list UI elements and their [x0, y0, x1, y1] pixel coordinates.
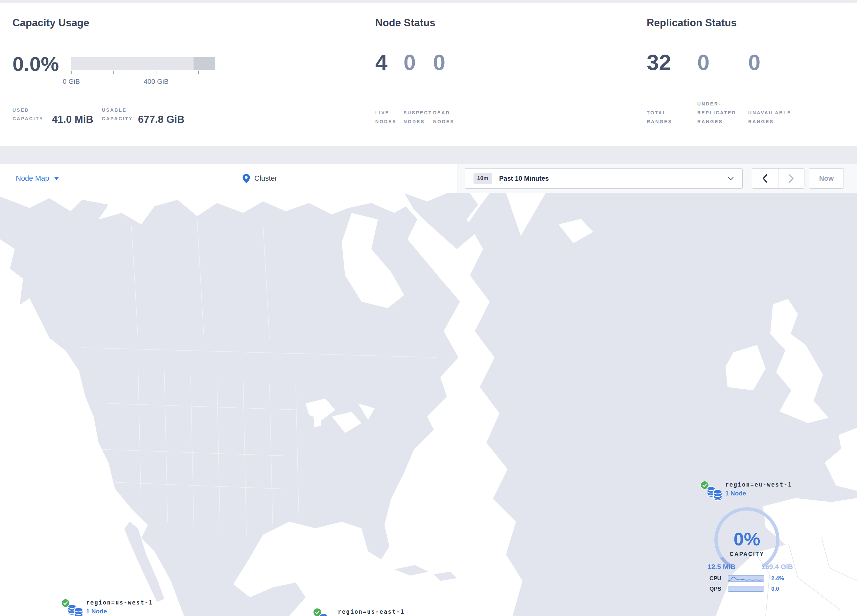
- time-range-badge: 10m: [473, 173, 492, 184]
- total-ranges-count: 32: [647, 51, 671, 73]
- toolbar-left-section: Node Map Cluster: [0, 164, 458, 193]
- caribbean-island: [434, 572, 457, 581]
- north-america-landmass: [0, 196, 460, 616]
- capacity-axis-tick: [71, 71, 72, 74]
- qps-value: 0.0: [771, 586, 779, 592]
- map-pin-icon: [243, 174, 250, 183]
- chevron-left-icon: [762, 174, 768, 183]
- qps-sparkline: [728, 586, 764, 592]
- time-range-selector[interactable]: 10m Past 10 Minutes: [465, 168, 743, 188]
- time-range-label: Past 10 Minutes: [499, 175, 549, 182]
- used-capacity-value: 41.0 MiB: [52, 114, 93, 125]
- total-capacity: 169.4 GiB: [761, 563, 793, 571]
- time-step-back-button[interactable]: [752, 168, 778, 188]
- usable-capacity-value: 677.8 GiB: [138, 114, 184, 125]
- cpu-metric-row: CPU 2.4%: [710, 575, 784, 582]
- qps-label: QPS: [710, 586, 728, 592]
- live-nodes-label-line1: LIVE: [375, 108, 397, 117]
- breadcrumb[interactable]: Cluster: [243, 164, 277, 193]
- capacity-usage-title: Capacity Usage: [12, 17, 90, 29]
- database-stack-icon: [319, 612, 336, 616]
- unavailable-ranges-label-line1: UNAVAILABLE: [748, 108, 791, 117]
- total-ranges-label-line2: RANGES: [647, 117, 672, 126]
- great-lake: [313, 402, 321, 427]
- suspect-nodes-count: 0: [404, 51, 416, 73]
- used-capacity-label-line1: USED: [12, 106, 44, 114]
- under-replicated-label-line2: REPLICATED: [697, 108, 736, 117]
- caribbean-island: [394, 565, 429, 576]
- dead-nodes-label: DEAD NODES: [433, 108, 455, 126]
- live-nodes-count: 4: [375, 51, 387, 73]
- node-count-label[interactable]: 1 Node: [86, 608, 107, 615]
- under-replicated-label-line3: RANGES: [697, 117, 736, 126]
- time-step-buttons: [752, 168, 804, 188]
- region-marker-us-west-1[interactable]: region=us-west-1 1 Node 0% CAPACITY 12.2…: [59, 598, 157, 616]
- time-step-forward-button[interactable]: [778, 168, 804, 188]
- database-stack-icon: [706, 485, 723, 502]
- capacity-label: CAPACITY: [698, 551, 796, 557]
- usable-capacity-label-line1: USABLE: [102, 106, 133, 114]
- region-label: region=eu-west-1: [725, 481, 792, 488]
- cpu-label: CPU: [710, 575, 728, 582]
- node-map[interactable]: region=us-west-1 1 Node 0% CAPACITY 12.2…: [0, 193, 857, 616]
- breadcrumb-label: Cluster: [254, 174, 277, 183]
- database-stack-icon: [67, 603, 84, 616]
- now-button[interactable]: Now: [809, 168, 844, 188]
- map-toolbar: Node Map Cluster 10m Past 10 Minutes: [0, 164, 857, 193]
- node-count-label[interactable]: 1 Node: [725, 490, 746, 497]
- under-replicated-label-line1: UNDER-: [697, 100, 736, 108]
- capacity-axis-label-400: 400 GiB: [136, 77, 176, 85]
- chevron-right-icon: [788, 174, 794, 183]
- capacity-axis-tick: [156, 71, 156, 74]
- chevron-down-icon: [728, 177, 734, 181]
- view-selector-label: Node Map: [16, 174, 49, 183]
- under-replicated-ranges-label: UNDER- REPLICATED RANGES: [697, 100, 736, 126]
- node-status-title: Node Status: [375, 17, 435, 29]
- cluster-summary-panel: Capacity Usage 0.0% 0 GiB 400 GiB USED C…: [0, 3, 857, 146]
- total-ranges-label: TOTAL RANGES: [647, 108, 672, 126]
- dead-nodes-count: 0: [433, 51, 445, 73]
- capacity-percent: 0%: [698, 530, 796, 548]
- used-capacity: 12.5 MiB: [707, 563, 735, 571]
- region-label: region=us-west-1: [86, 599, 153, 606]
- cpu-value: 2.4%: [771, 575, 784, 582]
- capacity-used-percent: 0.0%: [12, 54, 59, 74]
- replication-status-title: Replication Status: [647, 17, 737, 29]
- capacity-bar: [71, 57, 215, 70]
- view-selector-dropdown[interactable]: Node Map: [16, 164, 59, 193]
- total-ranges-label-line1: TOTAL: [647, 108, 672, 117]
- live-nodes-label: LIVE NODES: [375, 108, 397, 126]
- used-capacity-label-line2: CAPACITY: [12, 114, 44, 123]
- unavailable-ranges-label-line2: RANGES: [748, 117, 791, 126]
- region-marker-us-east-1[interactable]: region=us-east-1 2 Nodes 0% CAPACITY 16.…: [310, 607, 409, 616]
- under-replicated-ranges-count: 0: [697, 51, 710, 73]
- dead-nodes-label-line2: NODES: [433, 117, 455, 126]
- suspect-nodes-label-line2: NODES: [404, 117, 432, 126]
- suspect-nodes-label-line1: SUSPECT: [404, 108, 432, 117]
- usable-capacity-label-line2: CAPACITY: [102, 114, 133, 123]
- caret-down-icon: [54, 177, 59, 180]
- region-label: region=us-east-1: [338, 608, 405, 615]
- unavailable-ranges-count: 0: [748, 51, 760, 73]
- capacity-axis-tick: [198, 71, 199, 74]
- region-marker-eu-west-1[interactable]: region=eu-west-1 1 Node 0% CAPACITY 12.5…: [698, 480, 796, 592]
- capacity-axis-tick: [113, 71, 114, 74]
- cpu-sparkline: [728, 575, 764, 582]
- unavailable-ranges-label: UNAVAILABLE RANGES: [748, 108, 791, 126]
- usable-capacity-label: USABLE CAPACITY: [102, 106, 133, 123]
- live-nodes-label-line2: NODES: [375, 117, 397, 126]
- dead-nodes-label-line1: DEAD: [433, 108, 455, 117]
- capacity-axis-label-0: 0 GiB: [52, 77, 91, 85]
- qps-metric-row: QPS 0.0: [710, 586, 779, 592]
- suspect-nodes-label: SUSPECT NODES: [404, 108, 432, 126]
- used-capacity-label: USED CAPACITY: [12, 106, 44, 123]
- capacity-bar-reserved-segment: [193, 57, 215, 70]
